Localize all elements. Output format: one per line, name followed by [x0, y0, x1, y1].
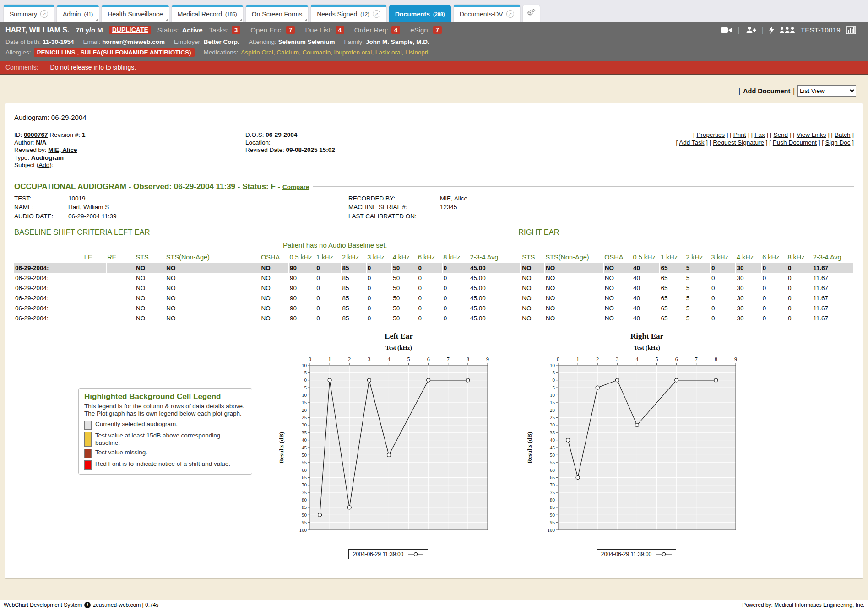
test-info-label: AUDIO DATE:: [14, 212, 68, 221]
doc-info-link[interactable]: Add: [38, 162, 49, 168]
external-link-icon[interactable]: ↗: [373, 10, 380, 18]
table-cell: 90: [288, 283, 315, 293]
action-bracket: [ Request Signature ]: [710, 139, 770, 146]
table-cell: 0: [366, 293, 391, 303]
tab-health-surveillance[interactable]: Health Surveillance: [102, 5, 169, 22]
stat-count-badge[interactable]: 7: [433, 26, 442, 34]
table-cell: [106, 283, 135, 293]
svg-text:30: 30: [302, 422, 307, 427]
patient-group-icon[interactable]: [780, 27, 795, 34]
medications-list[interactable]: Aspirin Oral, Calcium, Coumadin, ibuprof…: [241, 49, 429, 56]
tab-summary[interactable]: Summary↗: [4, 5, 54, 22]
legend-item-text: Test value at least 15dB above correspon…: [95, 432, 246, 447]
doc-info-text: ID:: [14, 131, 24, 138]
table-cell: 0: [711, 313, 736, 323]
table-cell: 0: [366, 303, 391, 313]
flowsheet-chart-icon[interactable]: [846, 26, 856, 34]
doc-info-link[interactable]: 0000767: [24, 131, 48, 138]
compare-link[interactable]: Compare: [282, 184, 309, 190]
row-date-cell: 06-29-2004:: [14, 303, 83, 313]
info-icon[interactable]: i: [84, 602, 91, 608]
test-info-label: MACHINE SERIAL #:: [348, 203, 440, 212]
table-cell: 85: [341, 293, 366, 303]
field-label: Employer:: [174, 38, 202, 45]
action-link-print[interactable]: Print: [733, 131, 746, 138]
video-camera-icon[interactable]: [721, 27, 732, 34]
table-cell: 65: [660, 303, 685, 313]
table-cell: 0: [787, 273, 812, 283]
table-row[interactable]: 06-29-2004:NONONO900850500045.00NONONO40…: [14, 313, 854, 323]
add-person-icon[interactable]: [745, 26, 756, 34]
table-row[interactable]: 06-29-2004:NONONO900850500045.00NONONO40…: [14, 303, 854, 313]
svg-text:45: 45: [550, 445, 555, 450]
stat-count-badge[interactable]: 4: [391, 26, 400, 34]
svg-text:20: 20: [550, 407, 555, 413]
flash-icon[interactable]: [769, 26, 774, 34]
action-link-push-document[interactable]: Push Document: [773, 139, 817, 146]
table-row[interactable]: 06-29-2004:NONONO900850500045.00NONONO40…: [14, 283, 854, 293]
table-cell: 0: [442, 303, 469, 313]
table-cell: NO: [260, 303, 288, 313]
stat-count-badge[interactable]: 3: [232, 26, 240, 34]
duplicate-badge[interactable]: DUPLICATE: [109, 26, 151, 34]
svg-text:7: 7: [695, 356, 698, 362]
action-link-sign-doc[interactable]: Sign Doc: [825, 139, 851, 146]
allergies-badge[interactable]: PENICILLINS , SULFA(SULFONAMIDE ANTIBIOT…: [34, 48, 195, 57]
add-document-link[interactable]: Add Document: [743, 87, 790, 95]
stat-order-req-: Order Req:4: [354, 26, 400, 34]
documents-toolbar: | Add Document | List View: [0, 75, 868, 101]
tab-documents-dv[interactable]: Documents-DV↗: [454, 5, 520, 22]
svg-text:20: 20: [302, 407, 307, 413]
action-link-send[interactable]: Send: [774, 131, 788, 138]
action-link-request-signature[interactable]: Request Signature: [713, 139, 764, 146]
action-link-properties[interactable]: Properties: [696, 131, 725, 138]
chart-series-name: 2004-06-29 11:39:00: [353, 551, 404, 557]
table-cell: 30: [736, 313, 761, 323]
doc-info-line: D.O.S: 06-29-2004: [245, 131, 502, 139]
row-date-cell: 06-29-2004:: [14, 283, 83, 293]
action-link-batch[interactable]: Batch: [835, 131, 851, 138]
test-info: TEST:10019NAME:Hart, William SAUDIO DATE…: [14, 194, 854, 221]
doc-info-link[interactable]: MIE, Alice: [48, 146, 77, 153]
table-cell: 50: [392, 293, 417, 303]
table-row[interactable]: 06-29-2004:NONONO900850500045.00NONONO40…: [14, 293, 854, 303]
stat-count-badge[interactable]: 4: [336, 26, 344, 34]
settings-gear-button[interactable]: [523, 5, 540, 22]
tab-count: (288): [433, 11, 445, 17]
table-cell: [106, 303, 135, 313]
table-cell: 0: [761, 313, 787, 323]
field-label: Family:: [344, 38, 364, 45]
table-cell: NO: [521, 313, 544, 323]
view-mode-select[interactable]: List View: [797, 85, 856, 97]
table-cell: 50: [392, 303, 417, 313]
patient-age-sex: 70 y/o M: [76, 26, 103, 34]
table-cell: 0: [417, 283, 442, 293]
tab-on-screen-forms[interactable]: On Screen Forms: [246, 5, 308, 22]
tab-needs-signed[interactable]: Needs Signed(12)↗: [311, 5, 386, 22]
table-row[interactable]: 06-29-2004:NONONO900850500045.00NONONO40…: [14, 273, 854, 283]
svg-text:15: 15: [550, 399, 555, 405]
table-cell: 40: [632, 273, 660, 283]
tab-medical-record[interactable]: Medical Record(185): [172, 5, 243, 22]
table-cell: 45.00: [469, 273, 521, 283]
tab-admin[interactable]: Admin(41): [57, 5, 99, 22]
tab-documents[interactable]: Documents(288): [389, 5, 451, 22]
table-cell: [106, 313, 135, 323]
external-link-icon[interactable]: ↗: [40, 10, 48, 18]
doc-info-text: Revised Date:: [245, 146, 286, 153]
table-cell: [106, 263, 135, 273]
column-header: OSHA: [260, 253, 288, 263]
external-link-icon[interactable]: ↗: [506, 10, 514, 18]
test-info-value: 06-29-2004 11:39: [68, 212, 348, 221]
stat-count-badge[interactable]: 7: [286, 26, 295, 34]
column-header: OSHA: [603, 253, 632, 263]
column-header: STS(Non-Age): [545, 253, 604, 263]
table-cell: 0: [417, 293, 442, 303]
tab-label: Summary: [10, 11, 37, 18]
action-link-add-task[interactable]: Add Task: [679, 139, 704, 146]
action-link-fax[interactable]: Fax: [754, 131, 765, 138]
audiogram-section-title: OCCUPATIONAL AUDIOGRAM - Observed: 06-29…: [14, 182, 309, 191]
table-row[interactable]: 06-29-2004:NONONO900850500045.00NONONO40…: [14, 263, 854, 273]
table-cell: 65: [660, 313, 685, 323]
action-link-view-links[interactable]: View Links: [797, 131, 826, 138]
